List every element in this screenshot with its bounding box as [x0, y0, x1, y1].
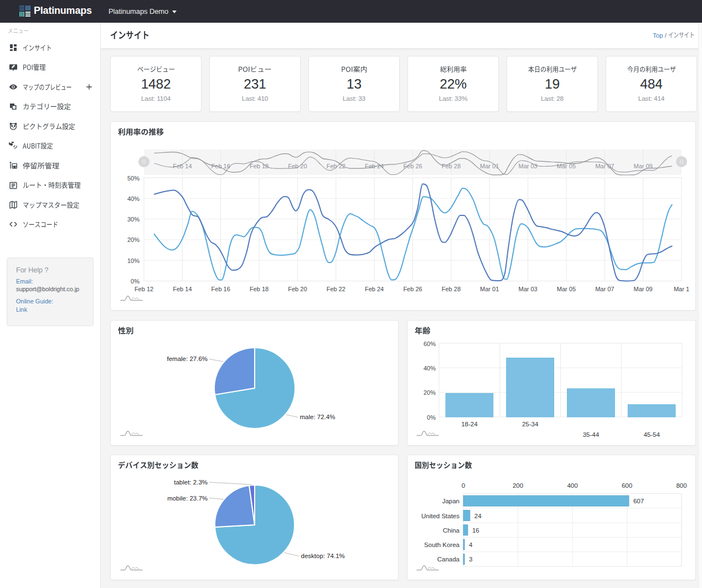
- svg-text:Mar 05: Mar 05: [557, 163, 576, 169]
- svg-text:Canada: Canada: [437, 556, 460, 563]
- svg-text:Mar 07: Mar 07: [595, 163, 614, 169]
- svg-text:Feb 20: Feb 20: [288, 286, 307, 292]
- svg-text:30%: 30%: [127, 216, 140, 223]
- svg-text:Mar 03: Mar 03: [518, 163, 537, 169]
- svg-text:Feb 28: Feb 28: [442, 286, 461, 292]
- svg-text:4: 4: [469, 541, 473, 548]
- svg-text:25-34: 25-34: [522, 421, 539, 427]
- svg-text:China: China: [443, 527, 460, 534]
- svg-text:40%: 40%: [127, 195, 140, 202]
- svg-text:10%: 10%: [127, 257, 140, 264]
- svg-text:35-44: 35-44: [583, 431, 600, 438]
- svg-text:18-24: 18-24: [461, 421, 478, 427]
- svg-text:20%: 20%: [127, 236, 140, 243]
- svg-text:Mar 03: Mar 03: [518, 286, 537, 292]
- svg-text:Feb 16: Feb 16: [211, 286, 230, 292]
- svg-text:60%: 60%: [424, 341, 436, 347]
- svg-text:200: 200: [513, 482, 523, 489]
- svg-text:3: 3: [469, 556, 472, 563]
- svg-text:Mar 05: Mar 05: [557, 286, 576, 292]
- svg-text:Feb 18: Feb 18: [250, 163, 269, 169]
- svg-text:Mar 09: Mar 09: [633, 163, 652, 169]
- svg-text:600: 600: [622, 482, 632, 489]
- svg-text:50%: 50%: [127, 175, 140, 182]
- svg-text:400: 400: [567, 482, 577, 489]
- svg-text:20%: 20%: [424, 389, 436, 396]
- svg-text:male: 72.4%: male: 72.4%: [300, 414, 335, 420]
- svg-text:0%: 0%: [427, 414, 436, 421]
- svg-text:Feb 28: Feb 28: [442, 163, 461, 169]
- svg-text:mobile: 23.7%: mobile: 23.7%: [167, 495, 208, 502]
- svg-text:40%: 40%: [424, 365, 436, 372]
- svg-text:South Korea: South Korea: [424, 541, 460, 548]
- svg-text:female: 27.6%: female: 27.6%: [167, 355, 208, 362]
- svg-text:Mar 01: Mar 01: [480, 163, 499, 169]
- svg-text:0%: 0%: [131, 278, 140, 285]
- svg-text:Feb 26: Feb 26: [403, 163, 422, 169]
- svg-text:Japan: Japan: [442, 498, 460, 504]
- svg-text:Feb 24: Feb 24: [365, 286, 384, 292]
- svg-text:16: 16: [472, 527, 479, 534]
- svg-text:Feb 16: Feb 16: [211, 163, 230, 169]
- svg-text:45-54: 45-54: [643, 431, 660, 438]
- svg-text:Mar 07: Mar 07: [595, 286, 614, 292]
- svg-text:800: 800: [676, 482, 686, 489]
- svg-text:24: 24: [474, 513, 482, 519]
- svg-text:Feb 22: Feb 22: [327, 286, 345, 292]
- svg-text:Feb 14: Feb 14: [173, 286, 192, 292]
- svg-text:desktop: 74.1%: desktop: 74.1%: [301, 553, 345, 559]
- svg-text:Feb 22: Feb 22: [327, 163, 345, 169]
- svg-text:Feb 24: Feb 24: [365, 163, 384, 169]
- svg-text:0: 0: [462, 482, 465, 489]
- svg-text:Feb 18: Feb 18: [250, 286, 269, 292]
- svg-text:607: 607: [633, 498, 644, 504]
- svg-text:Mar 09: Mar 09: [633, 286, 652, 292]
- svg-text:tablet: 2.3%: tablet: 2.3%: [174, 479, 208, 486]
- svg-text:Mar 01: Mar 01: [480, 286, 499, 292]
- svg-text:Feb 20: Feb 20: [288, 163, 307, 169]
- svg-text:Feb 14: Feb 14: [173, 163, 192, 169]
- svg-text:Feb 26: Feb 26: [403, 286, 422, 292]
- svg-text:Feb 12: Feb 12: [135, 286, 153, 292]
- svg-text:Mar 1: Mar 1: [674, 286, 689, 292]
- svg-text:United States: United States: [421, 513, 460, 519]
